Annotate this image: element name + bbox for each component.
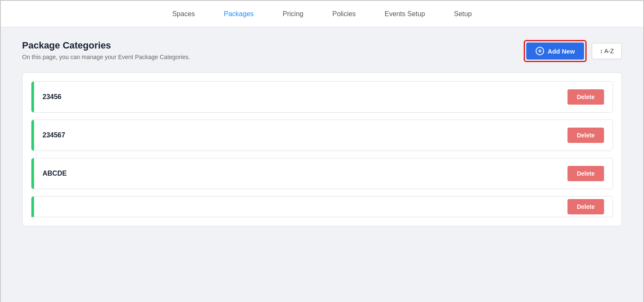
category-list: 23456 Delete 234567 Delete ABCDE Delete bbox=[22, 72, 622, 226]
plus-circle-icon: + bbox=[536, 47, 544, 55]
nav-item-setup[interactable]: Setup bbox=[452, 8, 474, 20]
category-name: 23456 bbox=[43, 82, 62, 112]
category-item-partial: Delete bbox=[31, 196, 613, 217]
delete-button[interactable]: Delete bbox=[567, 128, 604, 143]
category-item-left: ABCDE bbox=[31, 158, 567, 189]
page-header: Package Categories On this page, you can… bbox=[22, 40, 622, 62]
green-accent-bar bbox=[31, 82, 34, 112]
green-accent-bar bbox=[31, 120, 34, 151]
header-actions: + Add New ↕ A-Z bbox=[524, 40, 622, 62]
top-navigation: Spaces Packages Pricing Policies Events … bbox=[1, 1, 643, 27]
add-new-btn-highlight: + Add New bbox=[524, 40, 587, 62]
category-name: 234567 bbox=[43, 120, 65, 151]
category-name: ABCDE bbox=[43, 158, 67, 189]
category-item: 23456 Delete bbox=[31, 81, 613, 113]
main-content: Package Categories On this page, you can… bbox=[1, 27, 643, 302]
delete-button[interactable]: Delete bbox=[567, 89, 604, 105]
page-title-section: Package Categories On this page, you can… bbox=[22, 40, 190, 60]
nav-item-pricing[interactable]: Pricing bbox=[281, 8, 305, 20]
category-item-left bbox=[31, 196, 567, 217]
green-accent-bar bbox=[31, 158, 34, 189]
category-item: ABCDE Delete bbox=[31, 158, 613, 189]
add-new-label: Add New bbox=[548, 48, 575, 55]
add-new-button[interactable]: + Add New bbox=[526, 43, 584, 60]
nav-item-packages[interactable]: Packages bbox=[222, 8, 255, 20]
category-item: 234567 Delete bbox=[31, 120, 613, 151]
sort-button[interactable]: ↕ A-Z bbox=[592, 43, 622, 59]
page-subtitle: On this page, you can manage your Event … bbox=[22, 54, 190, 60]
nav-item-policies[interactable]: Policies bbox=[331, 8, 357, 20]
page-title: Package Categories bbox=[22, 40, 190, 51]
nav-item-events-setup[interactable]: Events Setup bbox=[383, 8, 427, 20]
nav-item-spaces[interactable]: Spaces bbox=[170, 8, 196, 20]
delete-button[interactable]: Delete bbox=[567, 199, 604, 214]
green-accent-bar bbox=[31, 196, 34, 217]
category-item-left: 234567 bbox=[31, 120, 567, 151]
delete-button[interactable]: Delete bbox=[567, 166, 604, 181]
category-item-left: 23456 bbox=[31, 82, 567, 112]
